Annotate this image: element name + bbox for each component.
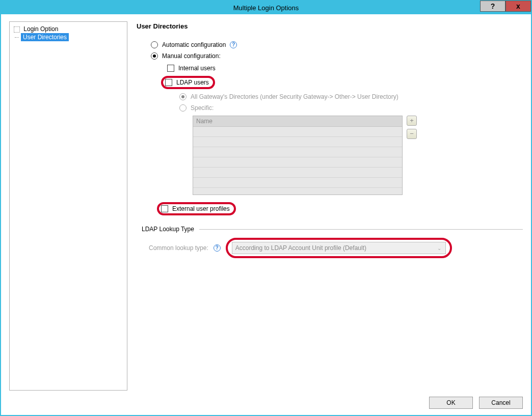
checkbox-external-label: External user profiles [172,205,230,212]
table-row [193,137,402,147]
radio-specific-label: Specific: [191,104,214,112]
window-title: Multiple Login Options [233,4,299,12]
table-row [193,147,402,157]
divider [199,229,523,230]
ok-button[interactable]: OK [429,397,473,409]
remove-button[interactable]: − [407,129,417,139]
lookup-combo-value: According to LDAP Account Unit profile (… [235,244,366,252]
tree-item-label: User Directories [21,33,69,41]
ldap-lookup-group: LDAP Lookup Type [142,226,523,233]
help-icon[interactable]: ? [230,41,237,48]
dialog-body: Login Option User Directories User Direc… [1,14,531,415]
radio-automatic[interactable] [151,41,158,48]
checkbox-internal[interactable] [167,65,174,72]
tree-item-user-directories[interactable]: User Directories [20,33,124,41]
tree-item-login-option[interactable]: Login Option [13,25,124,33]
close-button[interactable]: x [506,1,531,12]
radio-specific-row: Specific: [179,104,523,112]
table-row [193,157,402,168]
lookup-combo-highlight: According to LDAP Account Unit profile (… [226,238,452,258]
checkbox-ldap-label: LDAP users [176,79,209,86]
chevron-down-icon: ⌄ [437,245,441,251]
tree-item-label: Login Option [23,25,58,33]
manual-options: Internal users LDAP users All Gateway's … [167,65,523,112]
cancel-button[interactable]: Cancel [479,397,523,409]
radio-automatic-row: Automatic configuration ? [151,41,523,48]
dialog-footer: OK Cancel [9,391,523,409]
table-row [193,178,402,188]
radio-specific [179,104,187,112]
add-button[interactable]: + [407,116,417,126]
titlebar: Multiple Login Options ? x [1,1,531,14]
directories-table-header: Name [193,116,402,127]
checkbox-ldap[interactable] [165,79,172,86]
radio-manual-label: Manual configuration: [162,52,221,60]
ldap-lookup-group-label: LDAP Lookup Type [142,226,194,233]
page-title: User Directories [137,22,523,30]
table-row [193,168,402,178]
radio-all-gateways [179,93,187,100]
help-button[interactable]: ? [480,1,506,12]
checkbox-internal-label: Internal users [178,65,216,72]
directories-table-rows [193,127,402,188]
add-remove-buttons: + − [407,116,417,139]
lookup-label: Common lookup type: [149,244,208,252]
nav-tree: Login Option User Directories [9,21,127,391]
lookup-row: Common lookup type: ? According to LDAP … [149,238,523,258]
radio-manual[interactable] [151,52,158,60]
radio-automatic-label: Automatic configuration [162,41,226,48]
titlebar-buttons: ? x [480,1,531,14]
checkbox-external[interactable] [161,205,168,212]
dialog-window: Multiple Login Options ? x Login Option … [0,0,532,416]
directories-table: Name [193,116,403,195]
external-profiles-highlight: External user profiles [157,202,523,215]
ldap-users-highlight: LDAP users [167,76,523,89]
lookup-combo[interactable]: According to LDAP Account Unit profile (… [232,242,446,254]
content-panel: User Directories Automatic configuration… [137,21,523,391]
table-row [193,127,402,137]
radio-manual-row: Manual configuration: [151,52,523,60]
checkbox-internal-row: Internal users [167,65,523,72]
radio-all-gateways-row: All Gateway's Directories (under Securit… [179,93,523,100]
specific-directories-box: Name + − [193,116,417,195]
help-icon[interactable]: ? [214,244,221,252]
radio-all-gateways-label: All Gateway's Directories (under Securit… [191,93,398,100]
main-row: Login Option User Directories User Direc… [9,21,523,391]
